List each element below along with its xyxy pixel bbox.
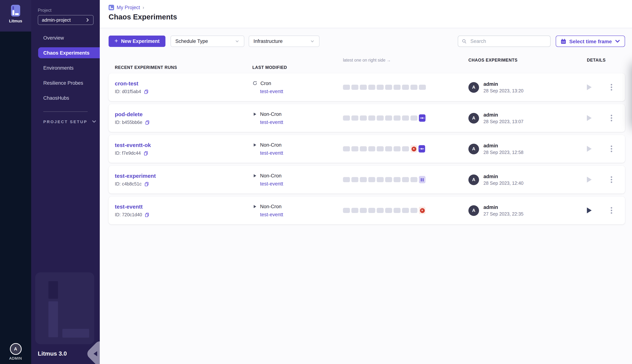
sidebar-item-chaoshubs[interactable]: ChaosHubs — [31, 92, 100, 103]
row-menu-button[interactable] — [609, 144, 614, 154]
sidebar-item-environments[interactable]: Environments — [31, 62, 100, 73]
infrastructure-label: Infrastructure — [253, 38, 283, 44]
experiments-list: cron-test ID: d01f5ab4 Cron test-eventt … — [109, 73, 625, 224]
run-empty-indicator — [368, 208, 375, 213]
project-setup-toggle[interactable]: PROJECT SETUP — [31, 119, 100, 124]
new-experiment-button[interactable]: + New Experiment — [109, 36, 165, 47]
row-menu-button[interactable] — [609, 175, 614, 184]
infrastructure-link[interactable]: test-eventt — [260, 212, 343, 217]
infrastructure-filter[interactable]: Infrastructure — [249, 36, 319, 47]
copy-icon[interactable] — [145, 120, 150, 125]
experiment-name-link[interactable]: pod-delete — [115, 111, 252, 117]
infrastructure-link[interactable]: test-eventt — [260, 88, 343, 94]
litmus-logo-icon — [11, 5, 20, 16]
run-empty-indicator — [394, 208, 401, 213]
run-empty-indicator — [343, 208, 350, 213]
sidebar-item-chaos-experiments[interactable]: Chaos Experiments — [38, 47, 100, 58]
run-experiment-button[interactable] — [587, 208, 592, 213]
modified-by-user: admin — [483, 112, 523, 118]
row-actions — [587, 175, 625, 184]
avatar: A — [468, 113, 479, 123]
run-empty-indicator — [410, 208, 417, 213]
experiment-name-link[interactable]: test-experiment — [115, 173, 252, 179]
cron-icon — [252, 81, 258, 86]
experiment-id: ID: f7e9dc44 — [115, 151, 141, 156]
search-input[interactable] — [470, 38, 546, 44]
experiment-id: ID: c4b8c51c — [115, 182, 142, 186]
schedule-type-label: Schedule Type — [175, 38, 208, 44]
sidebar-item-overview[interactable]: Overview — [31, 32, 100, 43]
experiment-cell: cron-test ID: d01f5ab4 — [115, 80, 252, 94]
infrastructure-link[interactable]: test-eventt — [260, 181, 343, 186]
breadcrumb-separator: › — [143, 5, 144, 10]
row-menu-button[interactable] — [609, 82, 614, 92]
module-strip: Litmus A ADMIN — [0, 0, 31, 364]
modified-date: 28 Sep 2023, 13:20 — [483, 88, 523, 93]
run-empty-indicator — [377, 116, 384, 120]
run-empty-indicator — [343, 116, 350, 120]
non-cron-icon — [252, 112, 257, 116]
experiment-row: test-eventt ID: 720c1d40 Non-Cron test-e… — [109, 196, 625, 224]
experiment-name-link[interactable]: test-eventt — [115, 204, 252, 210]
avatar: A — [468, 205, 479, 216]
recent-runs-cell — [343, 85, 468, 90]
run-empty-indicator — [343, 146, 350, 152]
run-empty-indicator — [402, 177, 409, 182]
run-empty-indicator — [360, 146, 367, 152]
details-cell: Non-Cron test-eventt — [252, 142, 343, 156]
run-running-indicator[interactable] — [418, 145, 425, 152]
col-recent-runs: RECENT EXPERIMENT RUNS — [115, 65, 252, 70]
experiment-name-link[interactable]: cron-test — [115, 80, 252, 86]
time-frame-label: Select time frame — [569, 38, 612, 44]
experiment-row: test-experiment ID: c4b8c51c Non-Cron te… — [109, 166, 625, 194]
run-empty-indicator — [394, 146, 401, 152]
select-time-frame-button[interactable]: Select time frame — [556, 36, 625, 47]
avatar: A — [468, 82, 479, 92]
run-empty-indicator — [385, 146, 392, 152]
search-box — [458, 36, 550, 47]
run-empty-indicator — [410, 177, 417, 182]
modified-by-user: admin — [483, 174, 523, 179]
chevron-down-icon — [615, 38, 620, 44]
infrastructure-link[interactable]: test-eventt — [260, 119, 343, 125]
schedule-type-value: Non-Cron — [260, 204, 282, 209]
litmus-module-tile[interactable]: Litmus — [0, 0, 31, 32]
run-experiment-button — [587, 115, 592, 121]
row-actions — [587, 206, 625, 215]
run-empty-indicator — [402, 146, 409, 152]
col-last-modified: LAST MODIFIED — [252, 65, 343, 70]
schedule-type-filter[interactable]: Schedule Type — [171, 36, 244, 47]
project-select[interactable]: admin-project — [38, 15, 94, 25]
copy-icon[interactable] — [145, 212, 150, 217]
infrastructure-link[interactable]: test-eventt — [260, 150, 343, 156]
run-failed-indicator[interactable]: × — [410, 145, 417, 152]
recent-runs-cell: × — [343, 145, 468, 152]
modified-date: 28 Sep 2023, 12:40 — [483, 180, 523, 186]
run-failed-indicator[interactable]: × — [419, 207, 425, 214]
copy-icon[interactable] — [144, 89, 149, 94]
copy-icon[interactable] — [143, 151, 149, 156]
row-menu-button[interactable] — [609, 206, 614, 215]
row-actions — [587, 113, 625, 123]
experiment-row: cron-test ID: d01f5ab4 Cron test-eventt … — [109, 73, 625, 101]
last-modified-cell: A admin 28 Sep 2023, 13:20 — [468, 81, 587, 93]
schedule-type-value: Non-Cron — [260, 173, 282, 178]
collapse-arrow-icon — [94, 351, 97, 356]
project-setup-label: PROJECT SETUP — [43, 119, 88, 124]
run-empty-indicator — [385, 85, 392, 90]
run-experiment-button — [587, 84, 592, 90]
breadcrumb-project-link[interactable]: My Project — [117, 5, 140, 10]
user-avatar[interactable]: A — [10, 343, 22, 355]
run-running-indicator[interactable] — [419, 114, 425, 122]
non-cron-icon — [252, 142, 257, 147]
search-icon — [462, 38, 467, 44]
experiment-name-link[interactable]: test-eventt-ok — [115, 142, 252, 148]
recent-runs-cell: × — [343, 207, 468, 214]
project-icon — [109, 5, 114, 10]
run-paused-indicator[interactable] — [419, 176, 425, 183]
copy-icon[interactable] — [144, 182, 149, 186]
run-empty-indicator — [410, 85, 417, 90]
row-menu-button[interactable] — [609, 113, 614, 123]
experiment-row: test-eventt-ok ID: f7e9dc44 Non-Cron tes… — [109, 135, 625, 163]
sidebar-item-resilience-probes[interactable]: Resilience Probes — [31, 77, 100, 88]
